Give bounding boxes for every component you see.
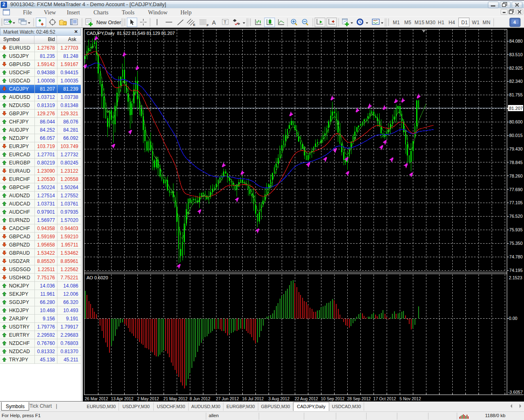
svg-text:13 Apr 2012: 13 Apr 2012 — [111, 397, 134, 401]
svg-text:75.935: 75.935 — [509, 227, 523, 232]
svg-text:76.520: 76.520 — [509, 214, 523, 219]
svg-text:AO 0.6020: AO 0.6020 — [87, 275, 108, 280]
svg-text:5 Nov 2012: 5 Nov 2012 — [400, 397, 421, 401]
svg-text:8 Jun 2012: 8 Jun 2012 — [190, 397, 211, 401]
svg-text:H4: H4 — [449, 20, 455, 25]
svg-text:22 Aug 2012: 22 Aug 2012 — [295, 397, 319, 401]
svg-text:17 Oct 2012: 17 Oct 2012 — [374, 397, 396, 401]
svg-text:3 Aug 2012: 3 Aug 2012 — [269, 397, 290, 401]
svg-text:78.260: 78.260 — [509, 173, 523, 178]
svg-text:M1: M1 — [393, 20, 400, 25]
svg-text:75.350: 75.350 — [509, 241, 523, 246]
svg-text:80.600: 80.600 — [509, 119, 523, 124]
svg-text:MN: MN — [483, 20, 490, 25]
svg-text:M15: M15 — [415, 20, 424, 25]
svg-text:78.845: 78.845 — [509, 160, 523, 165]
svg-text:H1: H1 — [438, 20, 444, 25]
svg-text:2 May 2012: 2 May 2012 — [137, 397, 159, 401]
svg-text:79.430: 79.430 — [509, 146, 523, 151]
svg-text:New Order: New Order — [96, 20, 121, 25]
svg-text:21 May 2012: 21 May 2012 — [164, 397, 188, 401]
svg-text:E: E — [193, 23, 196, 27]
svg-text:28 Sep 2012: 28 Sep 2012 — [347, 397, 371, 401]
svg-text:2.1523: 2.1523 — [509, 275, 522, 280]
svg-text:83.510: 83.510 — [509, 52, 523, 57]
svg-text:CADJPY,Daily 81.522 81.549 81: CADJPY,Daily 81.522 81.549 81.129 81.207 — [87, 31, 175, 36]
svg-text:82.925: 82.925 — [509, 66, 523, 71]
svg-text:10 Sep 2012: 10 Sep 2012 — [321, 397, 345, 401]
svg-text:77.690: 77.690 — [509, 187, 523, 192]
svg-text:M30: M30 — [426, 20, 435, 25]
svg-text:A: A — [212, 19, 216, 26]
svg-text:82.340: 82.340 — [509, 79, 523, 84]
svg-text:74.195: 74.195 — [509, 268, 523, 273]
svg-text:-3.6057: -3.6057 — [508, 390, 523, 395]
svg-text:0.00: 0.00 — [509, 316, 517, 321]
svg-text:D1: D1 — [461, 20, 468, 25]
svg-text:16 Jul 2012: 16 Jul 2012 — [242, 397, 264, 401]
svg-text:80.015: 80.015 — [509, 133, 523, 138]
svg-text:81.207: 81.207 — [509, 106, 523, 111]
svg-text:F: F — [207, 23, 209, 27]
svg-text:77.105: 77.105 — [509, 200, 523, 205]
svg-text:T: T — [224, 20, 227, 25]
svg-text:M5: M5 — [404, 20, 411, 25]
svg-text:27 Jun 2012: 27 Jun 2012 — [216, 397, 239, 401]
svg-text:W1: W1 — [472, 20, 480, 25]
svg-text:4: 4 — [513, 20, 516, 25]
svg-text:81.755: 81.755 — [509, 92, 523, 97]
svg-text:74.780: 74.780 — [509, 254, 523, 259]
svg-text:26 Mar 2012: 26 Mar 2012 — [85, 397, 109, 401]
svg-text:84.080: 84.080 — [509, 39, 523, 43]
